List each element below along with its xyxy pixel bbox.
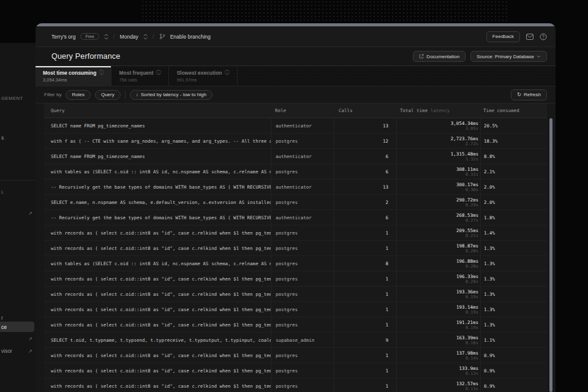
page-title: Query Performance	[51, 52, 120, 61]
git-branch-icon	[159, 33, 165, 40]
calls-cell: 1	[334, 363, 396, 378]
roles-filter-button[interactable]: Roles	[66, 90, 90, 100]
query-cell: with records as ( select c.oid::int8 as …	[44, 271, 271, 286]
sidebar-item-advisor[interactable]: visor	[1, 348, 12, 354]
project-name[interactable]: Monday	[120, 34, 138, 40]
query-cell: with records as ( select c.oid::int8 as …	[44, 348, 271, 363]
calls-cell: 2	[334, 195, 396, 209]
calls-cell: 6	[334, 210, 396, 225]
calls-cell: 9	[334, 333, 396, 347]
tab-most-frequent[interactable]: Most frequent ⓘ 756 calls	[111, 66, 169, 86]
tab-metric: 756 calls	[119, 77, 161, 83]
calls-cell: 8	[334, 256, 396, 271]
query-cell: with tables as (SELECT c.oid :: int8 AS …	[44, 164, 271, 179]
top-navigation-bar: Terry's org Free / Monday / Enable branc…	[36, 26, 556, 47]
total-time-seconds: 0.20s	[466, 249, 478, 254]
total-time-cell: 132.57ms 0.13s	[396, 379, 480, 392]
total-time-seconds: 0.30s	[466, 187, 478, 192]
tab-slowest-execution[interactable]: Slowest execution ⓘ 991.97ms	[169, 66, 237, 86]
table-row[interactable]: with records as ( select c.oid::int8 as …	[44, 379, 547, 392]
time-consumed-cell: 0.9%	[480, 379, 547, 392]
query-cell: with records as ( select c.oid::int8 as …	[44, 379, 271, 392]
query-cell: with records as ( select c.oid::int8 as …	[44, 287, 271, 301]
table-row[interactable]: with records as ( select c.oid::int8 as …	[44, 302, 547, 317]
table-row[interactable]: with records as ( select c.oid::int8 as …	[44, 241, 547, 256]
total-time-ms: 308.11ms	[456, 167, 478, 172]
total-time-ms: 268.53ms	[456, 213, 478, 218]
table-row[interactable]: SELECT t.oid, t.typname, t.typsend, t.ty…	[44, 333, 547, 348]
table-row[interactable]: with records as ( select c.oid::int8 as …	[44, 287, 547, 302]
sidebar-item[interactable]: r	[1, 315, 3, 321]
table-row[interactable]: with records as ( select c.oid::int8 as …	[44, 317, 547, 333]
calls-cell: 1	[334, 225, 396, 240]
refresh-label: Refresh	[524, 92, 541, 97]
table-row[interactable]: SELECT e.name, n.nspname AS schema, e.de…	[44, 195, 547, 210]
table-row[interactable]: with records as ( select c.oid::int8 as …	[44, 271, 547, 287]
enable-branching-button[interactable]: Enable branching	[170, 34, 211, 40]
table-row[interactable]: SELECT name FROM pg_timezone_names authe…	[44, 149, 547, 164]
external-link-icon	[419, 54, 424, 59]
time-consumed-cell: 1.3%	[480, 302, 547, 317]
total-time-ms: 137.98ms	[456, 350, 478, 356]
info-icon[interactable]: ⓘ	[99, 70, 104, 75]
total-time-cell: 137.98ms 0.14s	[396, 348, 480, 363]
org-switcher-chevrons-icon[interactable]	[104, 34, 108, 40]
sidebar-item[interactable]: s	[1, 135, 4, 141]
column-header-total-time[interactable]: Total time latency	[396, 108, 480, 113]
calls-cell: 13	[334, 118, 396, 133]
table-row[interactable]: SELECT name FROM pg_timezone_names authe…	[44, 118, 547, 134]
inbox-mail-icon[interactable]	[526, 34, 533, 40]
time-consumed-cell: 1.4%	[480, 225, 547, 240]
info-icon[interactable]: ⓘ	[156, 70, 161, 75]
column-header-query[interactable]: Query	[44, 108, 271, 113]
table-row[interactable]: -- Recursively get the base types of dom…	[44, 179, 547, 195]
documentation-button[interactable]: Documentation	[413, 51, 466, 62]
role-cell: authenticator	[271, 118, 334, 133]
query-cell: SELECT name FROM pg_timezone_names	[44, 149, 271, 164]
table-row[interactable]: -- Recursively get the base types of dom…	[44, 210, 547, 225]
help-icon[interactable]	[540, 33, 547, 40]
time-consumed-cell: 1.3%	[480, 241, 547, 255]
time-consumed-cell: 1.3%	[480, 271, 547, 286]
refresh-icon: ↻	[517, 92, 521, 97]
sort-down-icon: ↓	[136, 92, 138, 97]
project-switcher-chevrons-icon[interactable]	[143, 34, 148, 40]
tab-most-time-consuming[interactable]: Most time consuming ⓘ 3,054.34ms	[36, 66, 111, 86]
total-time-ms: 198.87ms	[456, 243, 478, 249]
tab-label: Slowest execution	[176, 70, 222, 76]
app-sidebar: GEMENT s L ↗ r ce ↗ visor ↗	[0, 43, 37, 392]
table-row[interactable]: with tables as (SELECT c.oid :: int8 AS …	[44, 164, 547, 179]
total-time-ms: 300.17ms	[456, 182, 478, 187]
calls-cell: 1	[334, 241, 396, 255]
total-time-cell: 308.11ms 0.31s	[396, 164, 480, 179]
table-row[interactable]: with tables as (SELECT c.oid :: int8 AS …	[44, 256, 547, 271]
table-row[interactable]: with records as ( select c.oid::int8 as …	[44, 363, 547, 379]
vertical-scrollbar[interactable]	[549, 118, 552, 392]
filter-bar: Filter by Roles Query ↓ Sorted by latenc…	[36, 86, 556, 104]
breadcrumb-separator: /	[153, 33, 154, 40]
column-header-time-consumed[interactable]: Time consumed	[480, 108, 547, 113]
org-name[interactable]: Terry's org	[51, 34, 75, 40]
source-selector[interactable]: Source: Primary Database	[470, 51, 547, 62]
table-body: SELECT name FROM pg_timezone_names authe…	[44, 118, 547, 392]
query-performance-table: Query Role Calls Total time latency Time…	[44, 104, 547, 392]
column-header-calls[interactable]: Calls	[334, 108, 396, 113]
table-row[interactable]: with records as ( select c.oid::int8 as …	[44, 225, 547, 241]
info-icon[interactable]: ⓘ	[225, 70, 230, 75]
total-time-seconds: 0.20s	[466, 279, 478, 284]
column-header-role[interactable]: Role	[271, 108, 334, 113]
total-time-seconds: 0.31s	[466, 172, 478, 177]
role-cell: postgres	[271, 195, 334, 209]
role-cell: authenticator	[271, 179, 334, 194]
sort-button[interactable]: ↓ Sorted by latency - low to high	[130, 90, 213, 100]
tab-label: Most frequent	[119, 70, 153, 76]
feedback-button[interactable]: Feedback	[486, 31, 520, 42]
refresh-button[interactable]: ↻ Refresh	[511, 89, 547, 100]
table-row[interactable]: with records as ( select c.oid::int8 as …	[44, 348, 547, 363]
table-row[interactable]: with f as ( -- CTE with sane arg_nodes, …	[44, 134, 547, 149]
total-time-cell: 193.14ms 0.19s	[396, 302, 480, 317]
total-time-seconds: 0.19s	[466, 325, 478, 330]
sidebar-item-query-performance-active[interactable]: ce	[0, 322, 34, 332]
role-cell: postgres	[271, 134, 334, 148]
query-filter-button[interactable]: Query	[95, 90, 121, 100]
